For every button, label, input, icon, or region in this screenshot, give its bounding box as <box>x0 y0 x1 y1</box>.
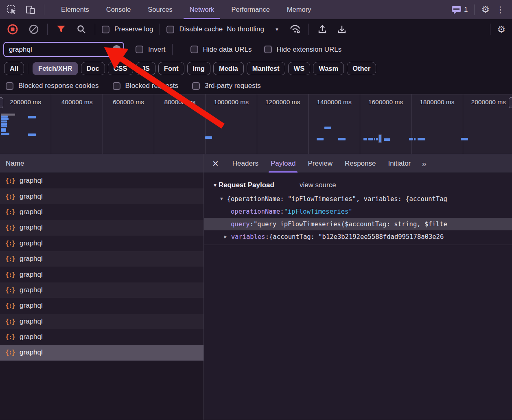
payload-tree-row[interactable]: query : "query ipFlowTimeseries($account… <box>204 218 512 230</box>
panel-tab[interactable]: Console <box>98 0 140 19</box>
device-toolbar-icon[interactable] <box>23 3 38 17</box>
disable-cache-label: Disable cache <box>179 25 223 33</box>
payload-tree-row[interactable]: ▶ variables : {accountTag: "b12e3b2192ee… <box>204 230 512 243</box>
request-row[interactable]: {:} graphql <box>0 345 203 360</box>
search-icon[interactable] <box>74 22 88 36</box>
json-request-icon: {:} <box>5 208 15 216</box>
timeline-brush-handle-left[interactable] <box>0 97 3 108</box>
request-row[interactable]: {:} graphql <box>0 267 203 282</box>
name-column-header[interactable]: Name <box>0 154 203 173</box>
settings-gear-icon[interactable]: ⚙ <box>481 4 490 15</box>
record-network-log-icon[interactable] <box>6 22 20 36</box>
json-request-icon: {:} <box>5 193 15 200</box>
panel-tab[interactable]: Network <box>181 0 223 19</box>
network-settings-gear-icon[interactable]: ⚙ <box>497 24 505 35</box>
hide-data-urls-checkbox[interactable] <box>190 46 198 53</box>
request-timing-bar <box>363 138 367 140</box>
filter-input[interactable] <box>3 42 124 57</box>
panel-tab[interactable]: Elements <box>53 0 98 19</box>
request-row[interactable]: {:} graphql <box>0 298 203 313</box>
disable-cache-checkbox[interactable] <box>166 26 174 33</box>
type-chip[interactable]: All <box>4 62 24 75</box>
request-timing-bar <box>409 138 413 140</box>
kebab-menu-icon[interactable]: ⋮ <box>494 5 507 15</box>
close-details-icon[interactable]: ✕ <box>204 159 226 168</box>
issues-badge[interactable]: 1 <box>451 5 468 15</box>
view-source-link[interactable]: view source <box>300 181 336 189</box>
request-row[interactable]: {:} graphql <box>0 329 203 345</box>
request-row[interactable]: {:} graphql <box>0 220 203 235</box>
clear-filter-icon[interactable]: ✕ <box>112 45 121 54</box>
request-row[interactable]: {:} graphql <box>0 314 203 329</box>
type-chip[interactable]: JS <box>136 62 155 75</box>
export-har-icon[interactable] <box>335 22 349 36</box>
more-tabs-icon[interactable]: » <box>419 159 428 168</box>
devtools-window: ElementsConsoleSourcesNetworkPerformance… <box>0 0 512 420</box>
timeline-column: 400000 ms <box>51 94 103 154</box>
details-tab[interactable]: Headers <box>226 154 265 173</box>
panel-tab[interactable]: Memory <box>278 0 320 19</box>
request-timing-bar <box>368 138 373 140</box>
request-details-pane: ✕ HeadersPayloadPreviewResponseInitiator… <box>204 154 512 420</box>
panel-tab[interactable]: Sources <box>139 0 181 19</box>
type-chip[interactable]: Other <box>347 62 376 75</box>
request-row[interactable]: {:} graphql <box>0 188 203 204</box>
requests-table: Name {:} graphql {:} graphql {:} <box>0 154 204 420</box>
divider <box>44 4 44 15</box>
disclosure-triangle-icon[interactable]: ▶ <box>224 234 227 239</box>
details-tab[interactable]: Response <box>339 154 382 173</box>
request-timing-bar <box>1 128 6 130</box>
details-tab[interactable]: Initiator <box>382 154 417 173</box>
timeline-brush-handle-right[interactable] <box>509 97 512 108</box>
request-row[interactable]: {:} graphql <box>0 251 203 267</box>
details-tab[interactable]: Preview <box>302 154 338 173</box>
request-row[interactable]: {:} graphql <box>0 282 203 298</box>
request-row[interactable]: {:} graphql <box>0 236 203 251</box>
collapse-section-icon[interactable]: ▼ <box>213 183 217 188</box>
network-conditions-icon[interactable] <box>288 22 302 36</box>
payload-tree-row[interactable]: ▼ {operationName: "ipFlowTimeseries", va… <box>204 192 512 205</box>
request-row[interactable]: {:} graphql <box>0 173 203 188</box>
json-request-icon: {:} <box>5 255 15 262</box>
type-chip[interactable]: Font <box>158 62 184 75</box>
request-timing-bar <box>317 138 324 140</box>
request-timing-bar <box>418 138 425 140</box>
type-chip[interactable]: CSS <box>108 62 133 75</box>
type-chip[interactable]: Fetch/XHR <box>33 62 78 75</box>
more-filter: 3rd-party requests <box>192 82 261 90</box>
import-har-icon[interactable] <box>315 22 329 36</box>
throttling-select[interactable]: No throttling ▼ <box>227 25 279 33</box>
type-chip[interactable]: WS <box>288 62 311 75</box>
json-request-icon: {:} <box>5 224 15 231</box>
chevron-down-icon: ▼ <box>275 27 279 32</box>
filter-checkbox[interactable] <box>113 82 120 90</box>
payload-section-title: Request Payload <box>219 181 274 189</box>
payload-tree-row[interactable]: operationName : "ipFlowTimeseries" <box>204 205 512 218</box>
disclosure-triangle-icon[interactable]: ▼ <box>220 196 223 201</box>
panel-tab[interactable]: Performance <box>223 0 278 19</box>
clear-network-log-icon[interactable] <box>27 22 41 36</box>
filter-funnel-icon[interactable] <box>54 22 68 36</box>
type-chip[interactable]: Manifest <box>247 62 285 75</box>
json-request-icon: {:} <box>5 271 15 278</box>
type-chip[interactable]: Img <box>187 62 210 75</box>
type-chip[interactable]: Doc <box>81 62 105 75</box>
filter-checkbox[interactable] <box>192 82 200 90</box>
details-tab[interactable]: Payload <box>265 154 302 173</box>
type-chip[interactable]: Wasm <box>313 62 344 75</box>
timeline-column: 200000 ms <box>0 94 51 154</box>
hide-extension-urls-checkbox[interactable] <box>264 46 272 53</box>
request-timing-bar <box>1 120 7 122</box>
request-timing-bar <box>1 125 7 127</box>
preserve-log-checkbox[interactable] <box>102 26 109 33</box>
inspect-element-icon[interactable] <box>4 3 20 17</box>
request-timing-bar <box>1 116 8 118</box>
request-timing-bar <box>378 134 382 143</box>
request-timing-bar <box>461 138 468 140</box>
invert-checkbox[interactable] <box>136 46 143 53</box>
type-chip[interactable]: Media <box>213 62 244 75</box>
network-overview-timeline[interactable]: 200000 ms400000 ms600000 ms800000 ms1000… <box>0 94 512 154</box>
request-row[interactable]: {:} graphql <box>0 204 203 220</box>
filter-checkbox[interactable] <box>6 82 13 90</box>
devtools-tabbar: ElementsConsoleSourcesNetworkPerformance… <box>0 0 512 19</box>
